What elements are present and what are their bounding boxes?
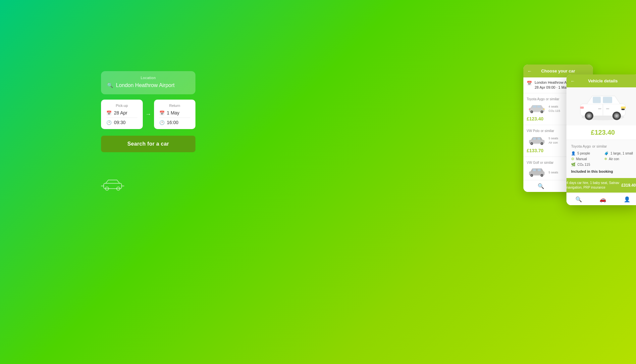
vehicle-details-header: ← Vehicle details <box>566 74 636 87</box>
return-date: 1 May <box>167 110 180 115</box>
spec-people: 👤 5 people <box>571 151 602 156</box>
car-thumbnail-3 <box>527 167 547 178</box>
pickup-date-field: 📅 28 Apr <box>106 110 137 118</box>
location-card: Location 🔍 London Heathrow Airport <box>101 71 195 94</box>
arrow-right-icon: → <box>145 111 151 118</box>
svg-rect-46 <box>606 108 610 109</box>
svg-rect-35 <box>621 107 625 109</box>
spec-co2: 🌿 CO₂ 115 <box>571 162 602 167</box>
search-footer-icon-2[interactable]: 🔍 <box>575 196 582 203</box>
search-button[interactable]: Search for a car <box>101 136 195 152</box>
car-footer-icon-2[interactable]: 🚗 <box>600 196 606 203</box>
bags-icon: 🧳 <box>604 151 609 156</box>
svg-point-40 <box>588 114 590 117</box>
search-panel: Location 🔍 London Heathrow Airport Pick-… <box>101 71 195 152</box>
pickup-title: Pick-up <box>106 104 137 108</box>
svg-point-22 <box>541 143 542 144</box>
spec-bags-value: 1 large, 1 small <box>610 152 633 155</box>
spec-aircon: ❄ Air con <box>604 157 635 161</box>
svg-rect-45 <box>598 108 602 109</box>
location-label: Location <box>107 76 189 80</box>
people-icon: 👤 <box>571 151 576 156</box>
svg-rect-17 <box>533 138 536 140</box>
vehicle-details-panel: ← Vehicle details <box>566 74 636 205</box>
svg-point-30 <box>541 175 542 176</box>
choose-car-title: Choose your car <box>541 68 575 73</box>
svg-rect-7 <box>533 106 536 108</box>
svg-rect-26 <box>538 169 541 171</box>
included-price: £319.40 <box>621 183 636 188</box>
svg-point-28 <box>531 175 532 176</box>
svg-point-12 <box>541 111 542 113</box>
calendar-info-icon: 📅 <box>527 81 532 86</box>
car-thumbnail-2 <box>527 135 547 147</box>
svg-rect-25 <box>533 169 536 171</box>
calendar-icon: 📅 <box>106 111 112 115</box>
car-thumbnail-1 <box>527 103 547 115</box>
back-arrow-icon[interactable]: ← <box>527 68 532 74</box>
search-icon: 🔍 <box>107 82 113 88</box>
user-footer-icon[interactable]: 👤 <box>624 196 630 203</box>
co2-icon: 🌿 <box>571 162 576 167</box>
return-title: Return <box>159 104 190 108</box>
included-items-text: 4 days car hire, 1 baby seat, Satnav nav… <box>566 181 621 190</box>
spec-transmission: ⚙ Manual <box>571 157 602 161</box>
svg-rect-14 <box>529 109 530 110</box>
search-footer-icon[interactable]: 🔍 <box>538 183 544 189</box>
svg-rect-34 <box>603 97 612 103</box>
svg-rect-37 <box>580 107 584 109</box>
included-title: Included in this booking <box>571 169 635 173</box>
vehicle-body: Toyota Aygo or similar 👤 5 people 🧳 1 la… <box>566 140 636 178</box>
clock-icon: 🕐 <box>106 120 112 125</box>
return-card[interactable]: Return 📅 1 May 🕐 16:00 <box>154 100 196 129</box>
calendar-icon-return: 📅 <box>159 111 165 115</box>
svg-rect-36 <box>621 109 625 110</box>
svg-rect-33 <box>593 97 601 103</box>
vehicle-specs-grid: 👤 5 people 🧳 1 large, 1 small ⚙ Manual ❄… <box>571 151 635 167</box>
spec-people-value: 5 people <box>577 152 590 155</box>
spec-transmission-value: Manual <box>576 157 587 161</box>
svg-rect-13 <box>543 109 545 110</box>
spec-co2-value: CO₂ 115 <box>577 163 590 166</box>
svg-rect-18 <box>537 138 540 140</box>
dates-row: Pick-up 📅 28 Apr 🕐 09:30 → Return 📅 1 Ma… <box>101 100 195 129</box>
vehicle-image-area <box>566 87 636 125</box>
vehicle-price: £123.40 <box>570 129 636 136</box>
aircon-icon: ❄ <box>604 157 607 161</box>
spec-bags: 🧳 1 large, 1 small <box>604 151 635 156</box>
svg-point-20 <box>531 143 532 144</box>
vehicle-details-title: Vehicle details <box>588 78 618 83</box>
back-arrow-icon-2[interactable]: ← <box>570 78 575 84</box>
vehicle-price-bar: £123.40 <box>566 125 636 140</box>
return-time: 16:00 <box>167 120 179 125</box>
pickup-time-field: 🕐 09:30 <box>106 120 137 125</box>
svg-point-10 <box>531 111 532 113</box>
svg-rect-8 <box>537 106 540 108</box>
return-date-field: 📅 1 May <box>159 110 190 118</box>
spec-aircon-value: Air con <box>609 157 619 161</box>
pickup-card[interactable]: Pick-up 📅 28 Apr 🕐 09:30 <box>101 100 143 129</box>
pickup-time: 09:30 <box>114 120 126 125</box>
included-booking-row[interactable]: 4 days car hire, 1 baby seat, Satnav nav… <box>566 178 636 193</box>
location-value: London Heathrow Airport <box>116 82 175 88</box>
vehicle-name: Toyota Aygo or similar <box>571 143 635 149</box>
clock-icon-return: 🕐 <box>159 120 165 125</box>
pickup-date: 28 Apr <box>114 110 127 115</box>
car-decorative-icon <box>101 179 124 194</box>
vehicle-details-footer: 🔍 🚗 👤 <box>566 193 636 205</box>
return-time-field: 🕐 16:00 <box>159 120 190 125</box>
gear-icon: ⚙ <box>571 157 574 161</box>
svg-rect-0 <box>104 183 122 189</box>
svg-point-43 <box>615 114 618 117</box>
location-input-row: 🔍 London Heathrow Airport <box>107 82 189 88</box>
